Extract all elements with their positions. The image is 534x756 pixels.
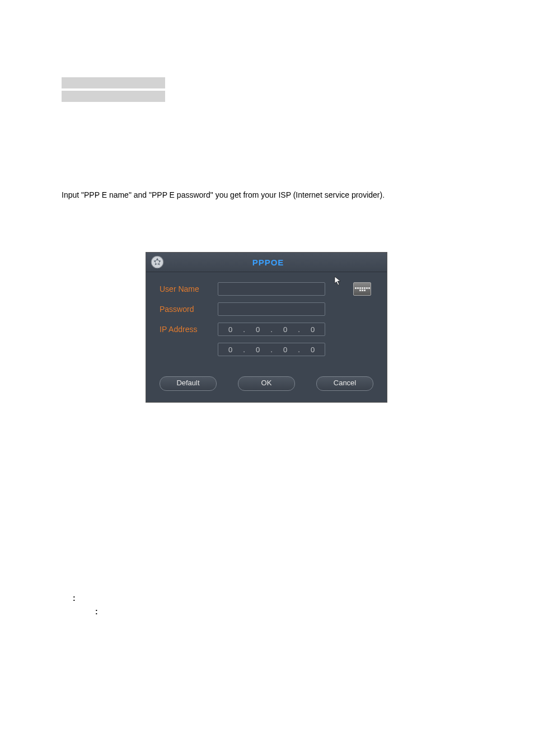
ip1-octet-d[interactable]: 0 <box>301 325 325 334</box>
cursor-icon <box>334 276 342 286</box>
svg-point-1 <box>156 260 160 264</box>
body-paragraph: Input "PPP E name" and "PPP E password" … <box>62 190 500 199</box>
username-input[interactable] <box>218 282 325 296</box>
row-ip2: 0 . 0 . 0 . 0 <box>160 343 373 356</box>
cancel-button[interactable]: Cancel <box>316 376 373 391</box>
label-ipaddress: IP Address <box>160 325 218 334</box>
ok-button[interactable]: OK <box>238 376 295 391</box>
dialog-title: PPPOE <box>168 258 368 267</box>
ip1-octet-b[interactable]: 0 <box>246 325 270 334</box>
row-ip1: IP Address 0 . 0 . 0 . 0 <box>160 323 373 336</box>
ip1-octet-c[interactable]: 0 <box>273 325 297 334</box>
ip-address-field-2[interactable]: 0 . 0 . 0 . 0 <box>218 343 325 356</box>
row-username: User Name <box>160 282 373 296</box>
stray-colon-1: : <box>73 594 76 603</box>
label-username: User Name <box>160 284 218 293</box>
password-input[interactable] <box>218 302 325 316</box>
dialog-body: User Name Password IP Address 0 . 0 . 0 … <box>146 272 387 368</box>
ip1-octet-a[interactable]: 0 <box>218 325 242 334</box>
dialog-button-row: Default OK Cancel <box>146 368 387 402</box>
gray-bar-1 <box>62 77 165 88</box>
label-password: Password <box>160 305 218 314</box>
ip2-octet-a[interactable]: 0 <box>218 346 242 354</box>
default-button[interactable]: Default <box>160 376 217 391</box>
system-gear-icon <box>149 254 165 270</box>
ip2-octet-d[interactable]: 0 <box>301 346 325 354</box>
dialog-titlebar: PPPOE <box>146 253 387 272</box>
pppoe-dialog: PPPOE User Name Password IP Address 0 . … <box>146 252 387 403</box>
keyboard-icon[interactable] <box>353 282 371 296</box>
ip2-octet-c[interactable]: 0 <box>273 346 297 354</box>
gray-bar-2 <box>62 91 165 102</box>
stray-colon-2: : <box>95 607 98 616</box>
ip-address-field-1[interactable]: 0 . 0 . 0 . 0 <box>218 323 325 336</box>
row-password: Password <box>160 302 373 316</box>
ip2-octet-b[interactable]: 0 <box>246 346 270 354</box>
